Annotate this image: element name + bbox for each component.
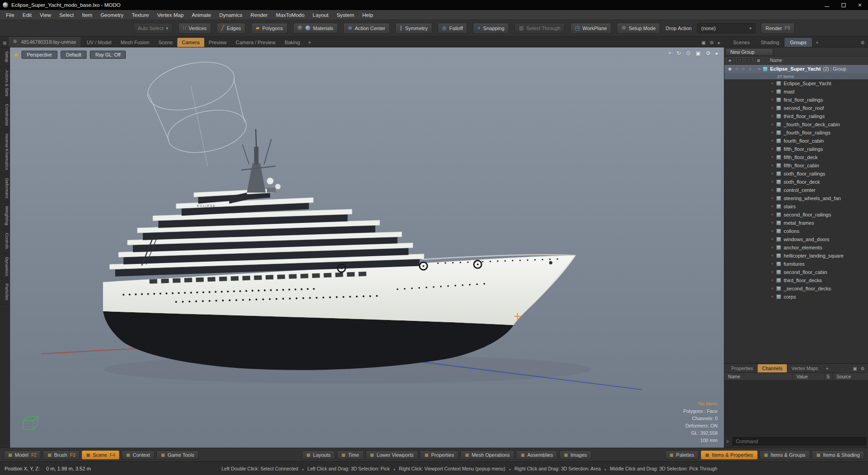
expand-arrow-icon[interactable]: + bbox=[770, 294, 775, 299]
auto-select-button[interactable]: Auto Select ▾ bbox=[133, 23, 173, 34]
expand-arrow-icon[interactable]: + bbox=[770, 147, 775, 151]
expand-arrow-icon[interactable]: + bbox=[770, 245, 775, 250]
menu-item[interactable]: File bbox=[2, 10, 19, 20]
group-item-row[interactable]: + third_floor_decks bbox=[724, 276, 868, 284]
mode-button[interactable]: ▦ Game Tools bbox=[156, 450, 199, 460]
group-item-row[interactable]: + mast bbox=[724, 88, 868, 96]
minimize-button[interactable] bbox=[819, 0, 835, 10]
side-palette-tab[interactable]: Constraints bbox=[0, 100, 10, 130]
group-item-row[interactable]: + _second_floor_decks bbox=[724, 284, 868, 293]
menu-item[interactable]: MaxToModo bbox=[272, 10, 309, 20]
layout-popover-button[interactable]: ▦ Properties bbox=[420, 450, 459, 460]
expand-arrow-icon[interactable]: + bbox=[770, 139, 775, 143]
group-item-row[interactable]: + metal_frames bbox=[724, 219, 868, 227]
menu-item[interactable]: Vertex Map bbox=[153, 10, 188, 20]
group-item-row[interactable]: + sixth_floor_railings bbox=[724, 170, 868, 178]
menu-item[interactable]: Render bbox=[246, 10, 272, 20]
layout-popover-button[interactable]: ▦ Layouts bbox=[302, 450, 335, 460]
layout-popover-button[interactable]: ▦ Images bbox=[559, 450, 592, 460]
panel-tab[interactable]: Scenes bbox=[728, 38, 755, 47]
mode-button[interactable]: ▦ Context bbox=[121, 450, 154, 460]
channels-empty-list[interactable] bbox=[724, 381, 868, 437]
expand-arrow-icon[interactable]: + bbox=[770, 122, 775, 127]
render-button[interactable]: Render F9 bbox=[761, 23, 795, 34]
toggle-circle-icon[interactable]: ○ bbox=[742, 67, 744, 71]
add-panel-tab-button[interactable]: + bbox=[812, 38, 822, 47]
setup-mode-button[interactable]: ⚙ Setup Mode bbox=[617, 23, 660, 34]
viewport-mode-button[interactable]: Perspective bbox=[21, 51, 57, 59]
expand-arrow-icon[interactable]: + bbox=[770, 270, 775, 274]
viewport-rotation-dot-icon[interactable] bbox=[15, 53, 18, 57]
menu-item[interactable]: Dynamics bbox=[215, 10, 246, 20]
side-palette-tab[interactable]: Inverse Kinematics bbox=[0, 130, 10, 174]
channels-panel-tab[interactable]: Vertex Maps bbox=[787, 364, 822, 372]
toggle-circle-icon[interactable]: ○ bbox=[749, 67, 751, 71]
maximize-viewport-icon[interactable]: ▣ bbox=[702, 40, 706, 45]
expand-arrow-icon[interactable]: + bbox=[770, 253, 775, 258]
gear-icon[interactable]: ⚙ bbox=[706, 50, 711, 57]
expand-arrow-icon[interactable]: + bbox=[770, 130, 775, 135]
gear-icon[interactable]: ⚙ bbox=[710, 40, 714, 45]
menu-item[interactable]: Select bbox=[55, 10, 78, 20]
group-item-row[interactable]: + stairs bbox=[724, 202, 868, 211]
mode-button[interactable]: ▦ Model F2 bbox=[4, 450, 41, 460]
maximize-icon[interactable]: ▣ bbox=[696, 50, 701, 57]
add-channels-tab-button[interactable]: + bbox=[823, 364, 832, 372]
side-palette-tab[interactable]: Actors & Sets bbox=[0, 67, 10, 101]
menu-item[interactable]: Item bbox=[78, 10, 96, 20]
panel-tab[interactable]: Groups bbox=[785, 38, 812, 47]
filter-toggle-icon[interactable]: ▦ bbox=[755, 57, 762, 63]
viewport-layout-tab[interactable]: Camera bbox=[177, 38, 204, 47]
layout-popover-button[interactable]: ▦ Mesh Operations bbox=[460, 450, 514, 460]
viewport-layout-tab[interactable]: Scene bbox=[154, 38, 177, 47]
group-item-row[interactable]: + second_floor_roof bbox=[724, 104, 868, 112]
yacht-3d-model[interactable]: ECLIPSE bbox=[10, 47, 724, 448]
expand-arrow-icon[interactable]: + bbox=[770, 262, 775, 266]
mode-button[interactable]: ▦ Brush F3 bbox=[43, 450, 80, 460]
group-item-row[interactable]: + windows_and_doors bbox=[724, 235, 868, 243]
viewport-layout-tab[interactable]: UV / Model bbox=[82, 38, 116, 47]
viewport-mode-button[interactable]: Ray GL: Off bbox=[90, 51, 126, 59]
expand-arrow-icon[interactable]: + bbox=[770, 106, 775, 110]
expand-arrow-icon[interactable]: + bbox=[770, 89, 775, 94]
maximize-icon[interactable]: ▣ bbox=[853, 366, 857, 371]
new-group-button[interactable]: New Group bbox=[726, 48, 773, 56]
viewport-layout-tab[interactable]: Baking bbox=[280, 38, 305, 47]
arrow-right-icon[interactable]: ▸ bbox=[716, 50, 718, 57]
channels-panel-tab[interactable]: Channels bbox=[758, 364, 787, 372]
viewport-mode-button[interactable]: Default bbox=[61, 51, 87, 59]
workplane-button[interactable]: ◳ WorkPlane bbox=[570, 23, 611, 34]
channels-panel-tab[interactable]: Properties bbox=[727, 364, 758, 372]
expand-arrow-icon[interactable]: + bbox=[770, 180, 775, 184]
add-tab-button[interactable]: + bbox=[305, 38, 315, 47]
group-item-row[interactable]: + anchor_elements bbox=[724, 243, 868, 252]
close-button[interactable]: × bbox=[852, 0, 868, 10]
group-item-row[interactable]: + furnitures bbox=[724, 260, 868, 268]
falloff-button[interactable]: ◎ Falloff bbox=[438, 23, 467, 34]
side-palette-tab[interactable]: Particles bbox=[0, 280, 10, 304]
expand-arrow-icon[interactable]: + bbox=[770, 155, 775, 160]
side-palette-tab[interactable]: Weighting bbox=[0, 202, 10, 229]
symmetry-button[interactable]: ∥ Symmetry bbox=[395, 23, 432, 34]
group-item-row[interactable]: + second_floor_cabin bbox=[724, 268, 868, 276]
expand-arrow-icon[interactable]: + bbox=[770, 196, 775, 201]
arrow-right-icon[interactable]: ▸ bbox=[718, 40, 720, 45]
menu-item[interactable]: Edit bbox=[19, 10, 36, 20]
group-item-row[interactable]: + _fourth_floor_railings bbox=[724, 129, 868, 137]
group-item-row[interactable]: + third_floor_railings bbox=[724, 112, 868, 120]
side-palette-tab[interactable]: Controls bbox=[0, 229, 10, 253]
lock-toggle-icon[interactable]: □ bbox=[746, 57, 752, 63]
expand-arrow-icon[interactable]: + bbox=[770, 163, 775, 168]
pan-icon[interactable]: + bbox=[668, 50, 672, 57]
edges-mode-button[interactable]: ╱ Edges bbox=[217, 23, 246, 34]
side-palette-tab[interactable]: Setup bbox=[0, 47, 10, 67]
side-palette-tab[interactable]: Deformers bbox=[0, 175, 10, 202]
group-item-row[interactable]: + second_floor_railings bbox=[724, 211, 868, 219]
expand-arrow-icon[interactable]: + bbox=[770, 98, 775, 102]
viewport-layout-tab[interactable]: Mesh Fusion bbox=[116, 38, 154, 47]
group-item-row[interactable]: + control_center bbox=[724, 186, 868, 194]
layout-popover-button[interactable]: ▦ Assemblies bbox=[516, 450, 558, 460]
group-item-row[interactable]: + fifth_floor_deck bbox=[724, 153, 868, 161]
group-item-row[interactable]: + fifth_floor_cabin bbox=[724, 161, 868, 170]
mode-button[interactable]: ▦ Scene F4 bbox=[82, 450, 119, 460]
